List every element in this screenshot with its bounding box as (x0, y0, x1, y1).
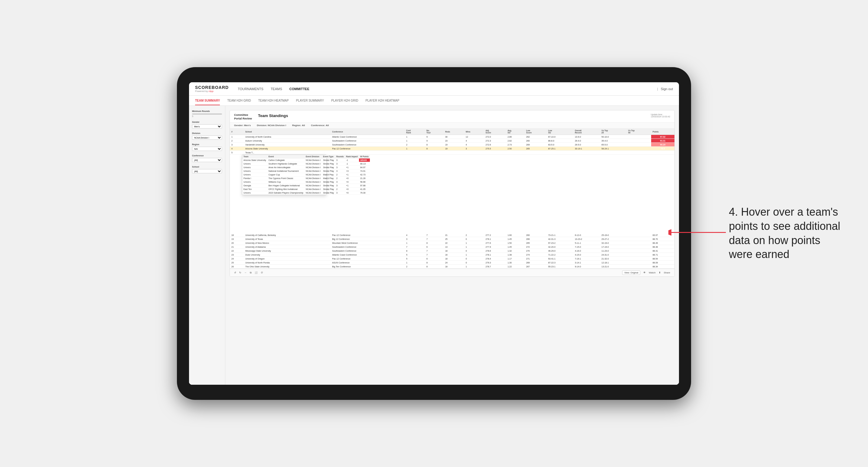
tab-player-h2h-grid[interactable]: PLAYER H2H GRID (331, 96, 358, 105)
sidebar-gender-select[interactable]: Men's (192, 124, 222, 129)
cell-tours: 6 (425, 257, 444, 261)
cell-points-active[interactable]: 79.5 (651, 147, 675, 151)
cell-points[interactable]: 88.34 (651, 264, 675, 269)
tt-w-points: 74.01 (359, 169, 370, 173)
cell-rank: 23 (230, 253, 244, 257)
cell-school: Texas T... (244, 151, 331, 155)
cell-low-score: 270 (525, 249, 547, 253)
tt-rounds: 3 (335, 180, 345, 184)
toolbar-watch-icon[interactable]: 👁 (643, 271, 646, 274)
cell-overall: 7-19-1 (574, 257, 600, 261)
cell-wins: 0 (464, 261, 484, 264)
tt-rank-impact: +0 (345, 188, 359, 191)
col-vs25: Vs Top25 (600, 129, 627, 135)
cell-school: Auburn University (244, 139, 331, 143)
cell-avg-sg: 1.45 (506, 245, 525, 249)
cell-vs50 (627, 261, 651, 264)
sidebar-region-select[interactable]: N/A (192, 147, 222, 151)
tab-team-summary[interactable]: TEAM SUMMARY (195, 96, 220, 105)
cell-low-sg: 97-23-2 (547, 241, 573, 245)
tab-player-h2h-heatmap[interactable]: PLAYER H2H HEATMAP (365, 96, 399, 105)
cell-points[interactable]: 88.49 (651, 241, 675, 245)
tab-team-h2h-heatmap[interactable]: TEAM H2H HEATMAP (258, 96, 289, 105)
cell-rnds: 19 (444, 147, 464, 151)
cell-avg-sg: 1.32 (506, 249, 525, 253)
tt-type: Stroke Play (322, 188, 335, 191)
nav-teams[interactable]: TEAMS (271, 86, 282, 92)
cell-rank: 26 (230, 264, 244, 269)
toolbar-clock-icon[interactable]: ⏱ (261, 271, 263, 274)
tab-player-summary[interactable]: PLAYER SUMMARY (296, 96, 324, 105)
filter-division: Division: NCAA Division I (257, 124, 286, 127)
cell-rank: 22 (230, 249, 244, 253)
cell-low-sg: 55-23-1 (547, 264, 573, 269)
tooltip-body: Arizona State University Cañon Collegiat… (242, 158, 370, 195)
cell-school: University of Oregon (244, 257, 331, 261)
table-row-highlighted: 4 Arizona State University Pac-12 Confer… (230, 147, 675, 151)
tt-rounds: 3 (335, 169, 345, 173)
cell-points[interactable]: 88.54 (651, 257, 675, 261)
annotation-text: 4. Hover over a team's points to see add… (729, 205, 844, 261)
tooltip-table-row: Georgia Ben Hogan Collegiate Invitationa… (242, 184, 370, 188)
cell-rnds: 18 (444, 264, 464, 269)
col-rnds: Rnds (444, 129, 464, 135)
tooltip-col-team: Team (242, 155, 267, 158)
cell-conf-rank: 5 (405, 257, 425, 261)
sidebar-school-select[interactable]: (All) (192, 169, 222, 173)
view-original-badge[interactable]: View: Original (622, 271, 640, 275)
cell-low-sg: 87-25-1 (547, 147, 573, 151)
cell-low-score: 271 (525, 257, 547, 261)
toolbar-paste-icon[interactable]: ⬜ (255, 271, 258, 274)
nav-committee[interactable]: COMMITTEE (289, 86, 309, 92)
tt-type: Stroke Play (322, 169, 335, 173)
cell-conference: Big 12 Conference (331, 237, 405, 241)
brand-name: clipp (208, 90, 213, 93)
sidebar-division-select[interactable]: NCAA Division I (192, 135, 222, 140)
tt-event: Copper Cup (267, 173, 305, 177)
cell-points[interactable]: 88.41 (651, 249, 675, 253)
sidebar-conference-select[interactable]: (All) (192, 158, 222, 162)
sidebar-region: Region N/A (192, 143, 222, 151)
cell-adj-score: 278.1 (484, 237, 506, 241)
cell-points[interactable]: 93.31 (651, 139, 675, 143)
col-tours: No.Tour (425, 129, 444, 135)
cell-points[interactable]: 90.20 (651, 143, 675, 147)
cell-rank: 18 (230, 233, 244, 237)
toolbar-back-icon[interactable]: ← (244, 271, 247, 274)
cell-adj-score: 278.1 (484, 253, 506, 257)
cell-points[interactable]: 88.09 (651, 261, 675, 264)
cell-conf-rank: 1 (405, 135, 425, 139)
cell-conf-rank: 1 (405, 261, 425, 264)
tooltip-col-w-points: W Points (359, 155, 370, 158)
cell-rnds: 13 (444, 245, 464, 249)
sidebar-min-rounds-slider[interactable] (192, 114, 222, 115)
tt-w-points: 109.63 (359, 158, 370, 162)
cell-conf-rank: 2 (405, 264, 425, 269)
sidebar-school: School (All) (192, 166, 222, 173)
tt-w-points: 21.26 (359, 177, 370, 180)
tt-team: Univers (242, 169, 267, 173)
tab-team-h2h-grid[interactable]: TEAM H2H GRID (227, 96, 251, 105)
bottom-toolbar: ↺ ↻ ← ⧉ ⬜ ⏱ View: Original 👁 Watch ⬆ Sha… (230, 269, 675, 276)
cell-points[interactable]: 97.02 (651, 135, 675, 139)
report-title-left: CommitteePortal Review (234, 114, 252, 120)
table-row: 22 Mississippi State University Southeas… (230, 249, 675, 253)
toolbar-redo-icon[interactable]: ↻ (239, 271, 241, 274)
toolbar-undo-icon[interactable]: ↺ (234, 271, 236, 274)
toolbar-watch-label[interactable]: Watch (649, 271, 655, 274)
tooltip-table: Team Event Event Division Event Type Rou… (242, 155, 370, 195)
tt-division: NCAA Division I (305, 188, 322, 191)
cell-low-score: 269 (525, 143, 547, 147)
toolbar-copy-icon[interactable]: ⧉ (250, 271, 252, 274)
toolbar-share-label[interactable]: Share (664, 271, 670, 274)
tt-rounds: 3 (335, 191, 345, 195)
toolbar-share-icon[interactable]: ⬆ (659, 271, 661, 274)
sign-out-link[interactable]: Sign out (661, 87, 673, 91)
nav-tournaments[interactable]: TOURNAMENTS (238, 86, 264, 92)
cell-conference: Big Ten Conference (331, 264, 405, 269)
cell-rnds: 21 (444, 233, 464, 237)
sidebar-division: Division NCAA Division I (192, 132, 222, 140)
tt-event: The Cypress Point Classic (267, 177, 305, 180)
cell-points[interactable]: 88.71 (651, 253, 675, 257)
cell-points[interactable]: 88.48 (651, 245, 675, 249)
